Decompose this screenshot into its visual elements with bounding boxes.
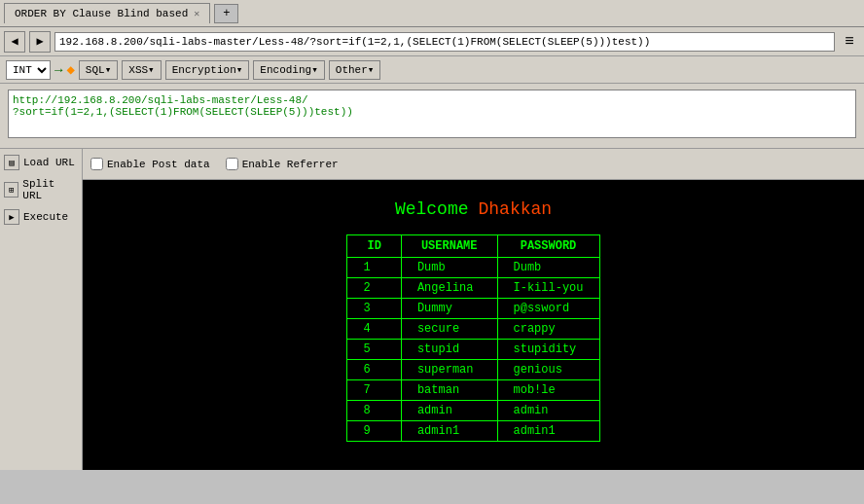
table-cell: batman [401,380,497,401]
enable-post-checkbox[interactable] [90,158,103,170]
forward-icon: ▶ [36,34,43,49]
toolbar: INT → ◆ SQL▾ XSS▾ Encryption▾ Encoding▾ … [0,56,864,84]
table-cell: 8 [347,401,401,421]
diamond-icon: ◆ [66,61,74,78]
welcome-header: Welcome Dhakkan [395,199,552,219]
table-cell: crappy [497,319,599,340]
table-cell: mob!le [497,380,599,401]
col-username: USERNAME [401,235,497,258]
data-table: ID USERNAME PASSWORD 1DumbDumb2AngelinaI… [346,234,599,442]
browser-tab[interactable]: ORDER BY Clause Blind based ✕ [4,3,210,23]
execute-icon: ▶ [4,209,19,225]
col-id: ID [347,235,401,258]
type-select[interactable]: INT [6,60,51,80]
table-cell: 7 [347,380,401,401]
enable-referrer-text: Enable Referrer [242,159,339,170]
table-header-row: ID USERNAME PASSWORD [347,235,599,258]
execute-button[interactable]: ▶ Execute [4,207,78,227]
table-row: 3Dummyp@ssword [347,299,599,319]
table-row: 5stupidstupidity [347,340,599,360]
enable-post-label[interactable]: Enable Post data [90,158,210,170]
enable-post-text: Enable Post data [107,159,210,170]
table-cell: stupidity [497,340,599,360]
table-cell: p@ssword [497,299,599,319]
table-cell: secure [401,319,497,340]
tab-close-icon[interactable]: ✕ [194,8,199,19]
table-cell: 1 [347,258,401,278]
table-cell: 4 [347,319,401,340]
table-cell: 9 [347,421,401,442]
sql-menu[interactable]: SQL▾ [79,60,118,80]
arrow-icon: → [54,62,62,78]
back-icon: ◀ [11,34,18,49]
split-url-button[interactable]: ⊞ Split URL [4,176,78,203]
welcome-text: Welcome [395,199,469,219]
table-cell: Dumb [401,258,497,278]
table-row: 8adminadmin [347,401,599,421]
table-cell: genious [497,360,599,380]
table-cell: Dumb [497,258,599,278]
table-row: 1DumbDumb [347,258,599,278]
table-cell: 3 [347,299,401,319]
encryption-menu[interactable]: Encryption▾ [165,60,250,80]
encoding-menu[interactable]: Encoding▾ [253,60,324,80]
back-button[interactable]: ◀ [4,31,25,53]
enable-referrer-label[interactable]: Enable Referrer [226,158,339,170]
table-row: 4securecrappy [347,319,599,340]
table-cell: admin [401,401,497,421]
table-row: 7batmanmob!le [347,380,599,401]
table-cell: I-kill-you [497,278,599,299]
table-cell: 6 [347,360,401,380]
table-cell: 2 [347,278,401,299]
enable-referrer-checkbox[interactable] [226,158,238,170]
new-tab-button[interactable]: + [214,4,238,23]
table-cell: Angelina [401,278,497,299]
table-row: 2AngelinaI-kill-you [347,278,599,299]
url-textarea[interactable]: http://192.168.8.200/sqli-labs-master/Le… [8,90,856,138]
other-menu[interactable]: Other▾ [329,60,381,80]
table-cell: stupid [401,340,497,360]
table-row: 6supermangenious [347,360,599,380]
dhakkan-text: Dhakkan [479,199,553,219]
table-row: 9admin1admin1 [347,421,599,442]
xss-menu[interactable]: XSS▾ [122,60,161,80]
table-cell: admin1 [401,421,497,442]
table-cell: admin1 [497,421,599,442]
split-url-label: Split URL [22,178,78,201]
load-url-icon: ▤ [4,155,19,170]
title-bar: ORDER BY Clause Blind based ✕ + [0,0,864,27]
bottom-section: ▤ Load URL ⊞ Split URL ▶ Execute Enable … [0,149,864,470]
table-cell: admin [497,401,599,421]
load-url-button[interactable]: ▤ Load URL [4,153,78,172]
nav-bar: ◀ ▶ ≡ [0,27,864,56]
execute-label: Execute [23,211,68,223]
col-password: PASSWORD [497,235,599,258]
table-cell: superman [401,360,497,380]
forward-button[interactable]: ▶ [29,31,51,53]
split-url-icon: ⊞ [4,182,18,198]
load-url-label: Load URL [23,157,75,168]
table-cell: Dummy [401,299,497,319]
sidebar: ▤ Load URL ⊞ Split URL ▶ Execute [0,149,83,470]
tab-label: ORDER BY Clause Blind based [15,8,188,19]
main-content: Welcome Dhakkan ID USERNAME PASSWORD 1Du… [83,180,864,470]
url-area: http://192.168.8.200/sqli-labs-master/Le… [0,84,864,149]
options-bar: Enable Post data Enable Referrer [83,149,864,180]
menu-icon[interactable]: ≡ [839,31,860,53]
table-cell: 5 [347,340,401,360]
address-bar[interactable] [54,32,835,52]
